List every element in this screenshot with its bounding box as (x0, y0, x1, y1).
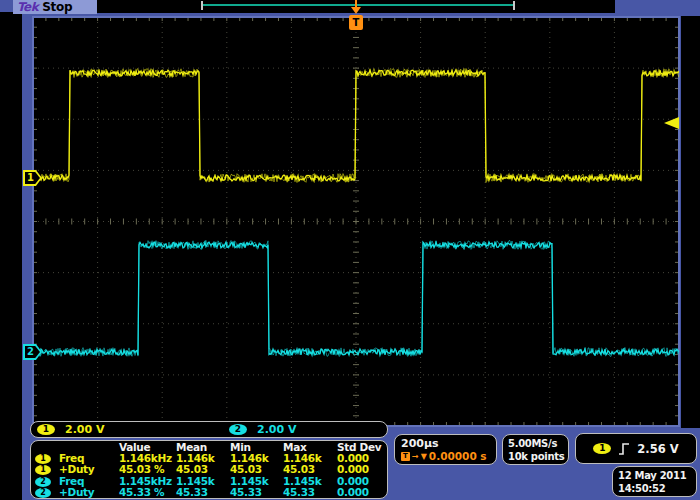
timebase-scale-readout: 200µs (401, 437, 496, 450)
ch1-scale-readout: 2.00 V (65, 424, 104, 436)
waveform-canvas (33, 17, 679, 426)
rising-edge-slope-icon (618, 442, 630, 456)
time-label: 14:50:52 (618, 482, 696, 495)
trigger-t-icon: T (401, 452, 410, 461)
acquisition-status-badge: TekStop (13, 0, 97, 14)
right-bezel-column (681, 16, 700, 428)
sample-rate-readout: 5.00MS/s (508, 437, 568, 450)
ch2-badge: 2 (35, 488, 51, 498)
run-status-label: Stop (42, 0, 72, 14)
tek-logo: Tek (17, 0, 38, 14)
ch2-scale-readout: 2.00 V (257, 424, 296, 436)
trigger-level-readout: 2.56 V (637, 442, 678, 456)
record-bracket-right (513, 1, 515, 10)
graticule (32, 16, 680, 427)
left-bezel-column (0, 12, 22, 500)
oscilloscope-screen: { "header": { "logo": "Tek", "status": "… (0, 0, 700, 500)
measurement-row: 1 (35, 464, 59, 475)
timebase-box: 200µs T→▼0.00000 s (394, 434, 497, 465)
ch1-badge: 1 (35, 465, 51, 475)
ch1-badge: 1 (35, 454, 51, 464)
trigger-position-pin-icon: T (349, 15, 363, 30)
record-bracket-left (201, 1, 203, 10)
ch1-ground-marker: 1 (23, 170, 42, 186)
measurement-panel: Value Mean Min Max Std Dev 1 Freq 1.146k… (30, 440, 388, 499)
ch2-badge: 2 (35, 477, 51, 487)
trigger-source-badge: 1 (593, 443, 611, 454)
record-length-readout: 10k points (508, 450, 568, 463)
measurement-row: 2 (35, 487, 59, 498)
ch1-badge: 1 (37, 424, 55, 435)
date-label: 12 May 2011 (618, 469, 696, 482)
datetime-box: 12 May 2011 14:50:52 (612, 466, 697, 497)
measurement-row: 1 (35, 453, 59, 464)
ch1-ground-marker-label: 1 (27, 172, 34, 184)
ch2-ground-marker-label: 2 (27, 346, 34, 358)
horizontal-position-readout: T→▼0.00000 s (401, 450, 496, 463)
channel-scale-readout-bar: 1 2.00 V 2 2.00 V (30, 421, 388, 438)
trigger-box: 1 2.56 V (575, 433, 697, 464)
arrow-down-icon: ▼ (421, 450, 427, 463)
trigger-position-arrow-icon (351, 7, 361, 14)
measurement-row: 2 (35, 476, 59, 487)
ch2-badge: 2 (229, 424, 247, 435)
ch2-ground-marker: 2 (23, 344, 42, 360)
acquisition-box: 5.00MS/s 10k points (502, 434, 569, 465)
record-window-line (203, 4, 513, 6)
arrow-right-icon: → (412, 450, 419, 463)
